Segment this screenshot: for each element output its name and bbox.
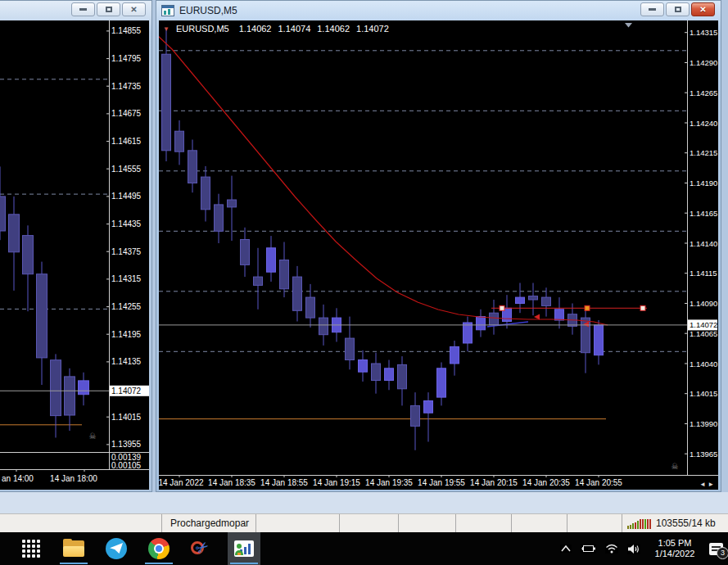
clock-date: 1/14/2022 bbox=[649, 549, 700, 559]
candle-body bbox=[529, 296, 538, 300]
restore-button[interactable] bbox=[97, 2, 120, 16]
chart-window-icon bbox=[161, 5, 174, 16]
close-button[interactable]: ✕ bbox=[122, 2, 146, 16]
candle-body bbox=[79, 381, 89, 395]
minimize-button[interactable] bbox=[640, 2, 664, 16]
candle-body bbox=[490, 313, 499, 325]
trendline-handle bbox=[585, 305, 590, 310]
close-icon: ✕ bbox=[130, 6, 137, 14]
time-axis: 14 Jan 202214 Jan 18:3514 Jan 18:5514 Ja… bbox=[159, 475, 622, 487]
left-chart-window[interactable]: ✕ 1.148551.147951.147351.146751.146151.1… bbox=[0, 0, 152, 492]
status-cell bbox=[512, 514, 567, 532]
desktop: { "icons": { "close": "✕", "dropdown": "… bbox=[0, 0, 728, 565]
svg-text:1.14135: 1.14135 bbox=[111, 357, 142, 366]
screenshot-tool-button[interactable]: ✂ bbox=[185, 532, 218, 565]
status-cell bbox=[567, 514, 622, 532]
start-button[interactable] bbox=[15, 532, 47, 565]
file-explorer-button[interactable] bbox=[57, 532, 90, 565]
folder-icon bbox=[63, 540, 84, 557]
status-cell-connection[interactable]: 103555/14 kb bbox=[622, 514, 728, 532]
candle-body bbox=[359, 360, 368, 373]
svg-text:1.14265: 1.14265 bbox=[690, 88, 717, 97]
candle-body bbox=[463, 323, 473, 343]
grid-lines bbox=[0, 79, 109, 310]
candle-body bbox=[175, 131, 184, 151]
restore-button[interactable] bbox=[666, 2, 690, 16]
restore-icon bbox=[106, 7, 112, 12]
left-chart-canvas[interactable]: 1.148551.147951.147351.146751.146151.145… bbox=[0, 20, 149, 490]
candle-body bbox=[37, 274, 47, 358]
metatrader-icon bbox=[234, 540, 254, 557]
svg-text:14 Jan 20:35: 14 Jan 20:35 bbox=[522, 478, 570, 487]
trendline-handle bbox=[640, 305, 645, 310]
window-title: EURUSD,M5 bbox=[179, 5, 237, 16]
restore-icon bbox=[675, 7, 681, 12]
candle-body bbox=[51, 360, 61, 416]
watermark-icon: ☠ bbox=[671, 462, 679, 471]
telegram-button[interactable] bbox=[100, 532, 133, 565]
svg-text:1.14435: 1.14435 bbox=[111, 219, 142, 228]
metatrader-button[interactable] bbox=[228, 532, 260, 565]
svg-text:14 Jan 18:55: 14 Jan 18:55 bbox=[260, 478, 308, 487]
mdi-background-strip bbox=[0, 492, 728, 513]
speaker-icon[interactable] bbox=[627, 544, 640, 554]
candle-body bbox=[450, 346, 459, 364]
svg-text:14 Jan 19:15: 14 Jan 19:15 bbox=[313, 478, 360, 487]
svg-text:1.14375: 1.14375 bbox=[111, 247, 142, 256]
status-cell bbox=[256, 514, 340, 532]
svg-text:1.14072: 1.14072 bbox=[690, 320, 717, 329]
watermark-icon: ☠ bbox=[89, 432, 97, 441]
candle-body bbox=[346, 338, 355, 359]
system-tray: 1:05 PM 1/14/2022 3 bbox=[560, 532, 723, 565]
svg-text:1.14615: 1.14615 bbox=[111, 137, 142, 146]
status-cell bbox=[399, 514, 456, 532]
trendline bbox=[491, 305, 647, 310]
svg-text:☠: ☠ bbox=[89, 432, 97, 441]
candle-body bbox=[280, 260, 289, 289]
action-center-icon[interactable]: 3 bbox=[709, 543, 723, 555]
candle-body bbox=[0, 197, 6, 231]
chrome-button[interactable] bbox=[142, 532, 175, 565]
candle-body bbox=[516, 297, 525, 303]
svg-text:14 Jan 19:35: 14 Jan 19:35 bbox=[365, 478, 413, 487]
main-window-titlebar[interactable]: EURUSD,M5 ✕ bbox=[159, 0, 718, 20]
close-icon: ✕ bbox=[699, 6, 706, 14]
scroll-arrows-icon: ◄ ► bbox=[699, 481, 714, 488]
svg-text:14 Jan 18:35: 14 Jan 18:35 bbox=[208, 478, 255, 487]
svg-text:1.14315: 1.14315 bbox=[690, 28, 717, 37]
minimize-icon bbox=[649, 8, 656, 11]
candle-body bbox=[595, 325, 604, 355]
svg-text:1.14255: 1.14255 bbox=[111, 302, 142, 311]
svg-text:14 Jan 20:55: 14 Jan 20:55 bbox=[575, 478, 622, 487]
svg-text:1.14855: 1.14855 bbox=[111, 26, 142, 35]
svg-text:1.14315: 1.14315 bbox=[111, 274, 142, 283]
close-button[interactable]: ✕ bbox=[691, 2, 715, 16]
main-chart-window[interactable]: EURUSD,M5 ✕ ▼EURUSD,M51.140621.140741.14… bbox=[156, 0, 721, 492]
scissors-icon: ✂ bbox=[191, 538, 212, 559]
candles bbox=[0, 166, 89, 437]
status-cell-ea: Prochargedmopar bbox=[162, 514, 256, 532]
connection-traffic: 103555/14 kb bbox=[656, 518, 716, 529]
candle-body bbox=[293, 277, 302, 310]
candle-body bbox=[319, 318, 328, 335]
svg-text:1.14015: 1.14015 bbox=[111, 413, 142, 422]
main-chart-canvas[interactable]: 1.143151.142901.142651.142401.142151.141… bbox=[159, 20, 718, 490]
minimize-button[interactable] bbox=[71, 2, 95, 16]
battery-icon[interactable] bbox=[581, 544, 596, 554]
taskbar-buttons: ✂ bbox=[15, 532, 260, 565]
candle-body bbox=[437, 368, 446, 397]
candle-body bbox=[306, 297, 315, 318]
clock-time: 1:05 PM bbox=[649, 538, 700, 549]
svg-text:14 Jan 18:00: 14 Jan 18:00 bbox=[50, 474, 97, 483]
taskbar-clock[interactable]: 1:05 PM 1/14/2022 bbox=[649, 538, 700, 559]
svg-text:1.14072: 1.14072 bbox=[111, 386, 142, 396]
svg-text:an 14:00: an 14:00 bbox=[2, 474, 34, 483]
svg-text:1.14215: 1.14215 bbox=[690, 148, 717, 157]
svg-text:1.14015: 1.14015 bbox=[690, 389, 717, 398]
left-window-titlebar[interactable]: ✕ bbox=[0, 0, 149, 20]
svg-text:0.00105: 0.00105 bbox=[111, 461, 142, 470]
wifi-icon[interactable] bbox=[605, 544, 618, 554]
svg-text:14 Jan 2022: 14 Jan 2022 bbox=[159, 478, 204, 487]
chart-shift-icon bbox=[625, 23, 632, 28]
tray-chevron-icon[interactable] bbox=[560, 545, 572, 553]
